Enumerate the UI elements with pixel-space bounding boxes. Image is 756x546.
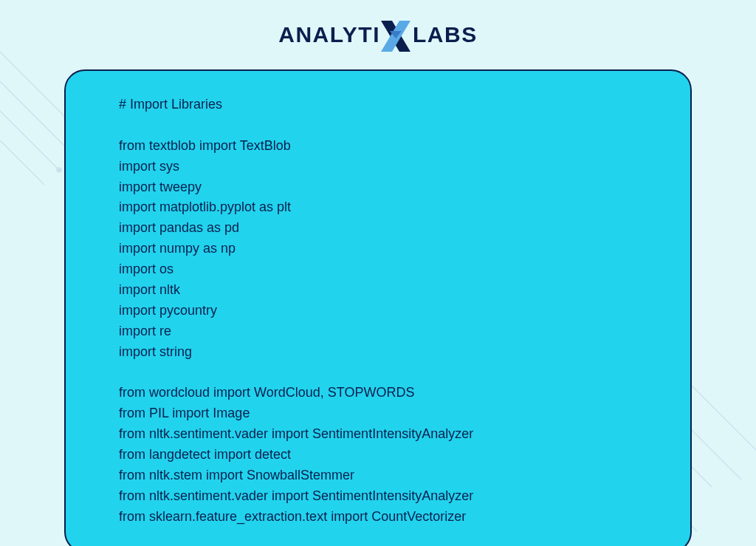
svg-line-0 — [0, 52, 66, 118]
code-comment: # Import Libraries — [119, 97, 222, 112]
svg-line-1 — [0, 81, 74, 155]
svg-line-2 — [0, 111, 59, 170]
logo-text-right: LABS — [413, 22, 478, 47]
logo: ANALYTI LABS — [278, 18, 477, 52]
svg-point-6 — [57, 168, 61, 172]
svg-line-3 — [0, 140, 44, 185]
code-block: # Import Libraries from textblob import … — [119, 95, 655, 528]
code-card: # Import Libraries from textblob import … — [64, 69, 692, 546]
logo-text-left: ANALYTI — [278, 22, 380, 47]
code-body: from textblob import TextBlob import sys… — [119, 138, 473, 524]
logo-x-icon — [381, 21, 410, 55]
